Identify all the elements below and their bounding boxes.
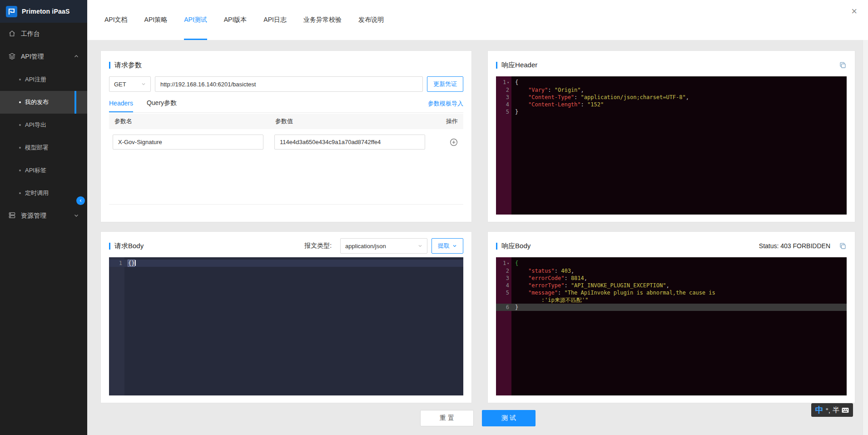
bullet-icon — [19, 124, 21, 126]
url-input[interactable] — [155, 76, 423, 92]
tab-label: 发布说明 — [358, 16, 384, 24]
param-value-input[interactable] — [274, 135, 425, 150]
tab-label: API版本 — [224, 16, 247, 24]
content-type-label: 报文类型: — [304, 242, 332, 250]
param-subtabs: Headers Query参数 参数模板导入 — [109, 95, 463, 113]
sidebar-nav: 工作台 API管理 API注册 我的发布 API导出 模型部署 API标签 定时… — [0, 23, 87, 227]
tab-release-notes[interactable]: 发布说明 — [358, 0, 384, 40]
tab-label: API日志 — [263, 16, 287, 24]
tab-api-policy[interactable]: API策略 — [144, 0, 168, 40]
param-table-empty-area — [109, 150, 463, 205]
sidebar-collapse-button[interactable]: ‹ — [76, 196, 85, 205]
button-label: 更新凭证 — [433, 80, 457, 88]
sidebar-item-api-tags[interactable]: API标签 — [0, 159, 87, 182]
title-bar-accent — [109, 243, 110, 250]
response-header-panel: 响应Header 1▾{2 "Vary": "Origin",3 "Conten… — [487, 50, 855, 222]
sidebar-item-api-export[interactable]: API导出 — [0, 114, 87, 136]
copy-icon[interactable] — [839, 61, 847, 69]
request-line: GET 更新凭证 — [109, 76, 463, 92]
tab-api-docs[interactable]: API文档 — [104, 0, 128, 40]
scrollbar[interactable] — [863, 0, 868, 435]
method-select[interactable]: GET — [109, 76, 151, 92]
tab-bar: API文档 API策略 API测试 API版本 API日志 业务异常校验 发布说… — [87, 0, 868, 40]
ime-indicator[interactable]: 中 °, 半 — [811, 403, 853, 417]
sidebar-item-scheduled-invoke[interactable]: 定时调用 — [0, 182, 87, 205]
response-header-title-row: 响应Header — [496, 57, 847, 73]
panel-title: 请求参数 — [114, 61, 142, 70]
title-bar-accent — [496, 243, 497, 250]
status-badge: Status: 403 FORBIDDEN — [759, 242, 830, 250]
chevron-down-icon — [74, 212, 79, 220]
main-area: API文档 API策略 API测试 API版本 API日志 业务异常校验 发布说… — [87, 0, 868, 435]
request-params-header: 请求参数 — [109, 57, 463, 73]
method-select-value: GET — [114, 81, 126, 88]
tab-headers[interactable]: Headers — [109, 95, 133, 112]
tab-label: Query参数 — [147, 99, 177, 107]
column-header-value: 参数值 — [275, 117, 425, 125]
response-body-panel: 响应Body Status: 403 FORBIDDEN 1▾{2 "statu… — [487, 231, 855, 403]
reset-button[interactable]: 重 置 — [420, 410, 474, 426]
tab-query-params[interactable]: Query参数 — [147, 95, 177, 112]
sidebar-item-label: API注册 — [25, 75, 46, 84]
title-bar-accent — [496, 62, 497, 69]
sidebar-item-model-deploy[interactable]: 模型部署 — [0, 136, 87, 159]
sidebar-item-workbench[interactable]: 工作台 — [0, 23, 87, 45]
column-header-name: 参数名 — [114, 117, 264, 125]
panel-grid: 请求参数 GET 更新凭证 Headers Query参数 参数模板导入 — [100, 50, 855, 403]
primeton-logo-icon — [5, 5, 18, 18]
sidebar-item-resource-management[interactable]: 资源管理 — [0, 205, 87, 227]
layers-icon — [8, 52, 16, 61]
bullet-icon — [19, 170, 21, 171]
tab-label: API测试 — [184, 16, 207, 24]
sidebar-item-my-publish[interactable]: 我的发布 — [0, 91, 87, 114]
content-type-select[interactable]: application/json — [340, 238, 427, 254]
content-area: 请求参数 GET 更新凭证 Headers Query参数 参数模板导入 — [87, 40, 868, 435]
home-icon — [8, 30, 16, 39]
app-window: Primeton iPaaS 工作台 API管理 API注册 我的发布 API导… — [0, 0, 868, 435]
refresh-credential-button[interactable]: 更新凭证 — [427, 76, 463, 92]
resources-icon — [8, 211, 16, 220]
table-row — [109, 129, 463, 150]
request-body-controls: 报文类型: application/json 提取 — [304, 238, 463, 254]
footer-actions: 重 置 测 试 — [100, 410, 855, 426]
param-table-header: 参数名 参数值 操作 — [109, 114, 463, 129]
title-bar-accent — [109, 62, 110, 69]
tab-label: API策略 — [144, 16, 168, 24]
app-logo: Primeton iPaaS — [0, 0, 87, 23]
response-header-editor[interactable]: 1▾{2 "Vary": "Origin",3 "Content-Type": … — [496, 76, 847, 215]
chevron-down-icon — [452, 243, 457, 250]
ime-keyboard-icon[interactable] — [842, 407, 849, 413]
sidebar-item-api-management[interactable]: API管理 — [0, 45, 87, 68]
app-title: Primeton iPaaS — [22, 8, 70, 15]
test-button[interactable]: 测 试 — [482, 410, 536, 426]
ime-punctuation-mode[interactable]: °, — [826, 406, 830, 414]
tab-api-test[interactable]: API测试 — [184, 0, 207, 40]
panel-title: 响应Body — [501, 242, 531, 250]
close-button[interactable]: × — [851, 6, 857, 16]
sidebar-item-label: 模型部署 — [25, 144, 49, 152]
tab-label: 业务异常校验 — [303, 16, 342, 24]
content-type-value: application/json — [345, 243, 386, 250]
response-body-editor[interactable]: 1▾{2 "status": 403,3 "errorCode": 8814,4… — [496, 257, 847, 395]
response-body-title-row: 响应Body Status: 403 FORBIDDEN — [496, 238, 847, 254]
param-name-input[interactable] — [113, 135, 263, 150]
tab-api-logs[interactable]: API日志 — [263, 0, 287, 40]
sidebar-item-api-register[interactable]: API注册 — [0, 68, 87, 91]
sidebar-item-label: API管理 — [21, 53, 44, 61]
bullet-icon — [19, 101, 21, 103]
tab-api-version[interactable]: API版本 — [224, 0, 247, 40]
extract-button[interactable]: 提取 — [432, 238, 463, 254]
sidebar-item-label: API导出 — [25, 121, 46, 129]
sidebar: Primeton iPaaS 工作台 API管理 API注册 我的发布 API导… — [0, 0, 87, 435]
request-body-editor[interactable]: 1{} — [109, 257, 463, 395]
sidebar-item-label: 工作台 — [21, 30, 40, 38]
sidebar-item-label: 资源管理 — [21, 212, 46, 220]
tab-label: API文档 — [104, 16, 128, 24]
copy-icon[interactable] — [839, 242, 847, 250]
ime-width-mode[interactable]: 半 — [833, 406, 839, 415]
param-template-import-link[interactable]: 参数模板导入 — [428, 100, 463, 108]
tab-business-exception-check[interactable]: 业务异常校验 — [303, 0, 342, 40]
ime-language-mode[interactable]: 中 — [815, 405, 823, 415]
request-body-panel: 请求Body 报文类型: application/json 提取 — [100, 231, 472, 403]
add-param-icon[interactable] — [450, 138, 458, 146]
